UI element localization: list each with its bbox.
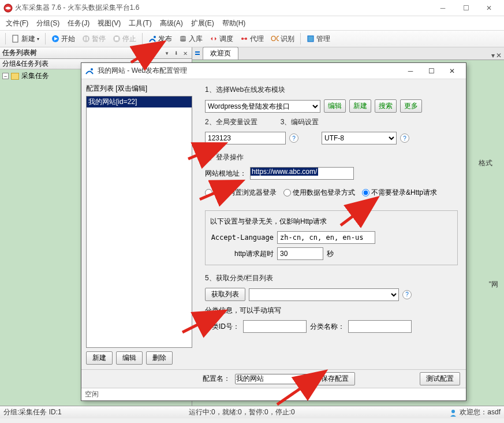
cat-id-input[interactable] bbox=[243, 320, 307, 333]
save-config-button[interactable]: 保存配置 bbox=[315, 372, 355, 385]
pause-button[interactable]: 暂停 bbox=[79, 33, 109, 45]
status-running: 运行中:0，就绪:0，暂停:0，停止:0 bbox=[189, 407, 295, 417]
more-module-button[interactable]: 更多 bbox=[400, 99, 422, 113]
tab-close-icon[interactable]: ✕ bbox=[496, 51, 502, 60]
accept-language-input[interactable] bbox=[277, 231, 375, 244]
store-button[interactable]: 入库 bbox=[176, 33, 206, 45]
tab-dropdown-icon[interactable]: ▾ bbox=[491, 51, 495, 60]
cat-id-label: 分类ID号： bbox=[205, 322, 240, 332]
edit-module-button[interactable]: 编辑 bbox=[324, 99, 346, 113]
login-radio-browser[interactable]: 使用内置浏览器登录 bbox=[205, 188, 277, 198]
new-button[interactable]: 新建▾ bbox=[9, 33, 42, 45]
menubar: 文件(F) 分组(S) 任务(J) 视图(V) 工具(T) 高级(A) 扩展(E… bbox=[0, 16, 504, 30]
dialog-left: 配置列表 [双击编辑] 我的网站[id=22] 新建 编辑 删除 bbox=[81, 79, 197, 369]
root-url-input[interactable]: https://www.abc.com/ bbox=[250, 167, 354, 180]
schedule-icon bbox=[210, 35, 218, 43]
tab-welcome[interactable]: 欢迎页 bbox=[203, 47, 238, 60]
config-listbox[interactable]: 我的网站[id=22] bbox=[86, 96, 192, 348]
svg-point-8 bbox=[154, 36, 156, 38]
tab-bar: 欢迎页 ▾✕ bbox=[192, 47, 504, 60]
login-radio-none[interactable]: 不需要登录&Http请求 bbox=[362, 188, 437, 198]
left-edit-button[interactable]: 编辑 bbox=[116, 351, 143, 365]
svg-point-17 bbox=[91, 68, 93, 70]
expand-icon[interactable]: − bbox=[2, 73, 9, 79]
help-icon[interactable]: ? bbox=[400, 133, 409, 143]
category-select[interactable] bbox=[249, 288, 399, 301]
menu-group[interactable]: 分组(S) bbox=[33, 17, 63, 29]
status-group: 分组:采集任务 ID:1 bbox=[3, 407, 62, 417]
svg-point-3 bbox=[83, 35, 89, 42]
search-module-button[interactable]: 搜索 bbox=[375, 99, 397, 113]
stop-button[interactable]: 停止 bbox=[110, 33, 139, 45]
expand-tabs-icon[interactable] bbox=[193, 49, 201, 57]
svg-point-18 bbox=[451, 410, 455, 413]
dropdown-icon[interactable]: ▾ bbox=[163, 49, 171, 57]
module-select[interactable]: Wordpress免登陆发布接口 bbox=[205, 100, 320, 113]
global-var-input[interactable] bbox=[205, 132, 286, 144]
svg-point-13 bbox=[245, 38, 247, 40]
svg-rect-7 bbox=[115, 37, 118, 40]
maximize-button[interactable]: ☐ bbox=[454, 1, 477, 15]
pin-icon[interactable]: ⬇ bbox=[172, 49, 180, 57]
dialog-titlebar: 我的网站 - Web发布配置管理 ─ ☐ ✕ bbox=[81, 63, 466, 79]
close-button[interactable]: ✕ bbox=[477, 1, 501, 15]
menu-help[interactable]: 帮助(H) bbox=[219, 17, 249, 29]
http-fieldset: 以下设置与登录无关，仅影响Http请求 Accept-Language http… bbox=[205, 210, 458, 265]
toolbar: 新建▾ 开始 暂停 停止 发布 入库 调度 代理 OCR识别 管理 bbox=[0, 30, 504, 47]
proxy-button[interactable]: 代理 bbox=[237, 33, 267, 45]
svg-text:OCR: OCR bbox=[271, 35, 279, 43]
proxy-icon bbox=[240, 35, 248, 43]
timeout-unit: 秒 bbox=[327, 249, 334, 259]
menu-tool[interactable]: 工具(T) bbox=[125, 17, 155, 29]
bg-text: "网 bbox=[489, 280, 498, 290]
help-icon[interactable]: ? bbox=[289, 133, 298, 143]
minimize-button[interactable]: ─ bbox=[431, 1, 454, 15]
test-config-button[interactable]: 测试配置 bbox=[420, 372, 460, 385]
menu-file[interactable]: 文件(F) bbox=[2, 17, 32, 29]
publish-icon bbox=[148, 35, 156, 43]
new-module-button[interactable]: 新建 bbox=[349, 99, 371, 113]
manage-button[interactable]: 管理 bbox=[304, 33, 333, 45]
menu-view[interactable]: 视图(V) bbox=[94, 17, 124, 29]
config-list-item[interactable]: 我的网站[id=22] bbox=[87, 97, 192, 107]
encoding-select[interactable]: UTF-8 bbox=[322, 132, 397, 144]
section-1-label: 1、选择Web在线发布模块 bbox=[205, 85, 458, 95]
help-icon[interactable]: ? bbox=[402, 290, 412, 299]
status-welcome: 欢迎您：asdf bbox=[460, 407, 501, 417]
section-4-label: 4、登录操作 bbox=[205, 153, 458, 162]
close-panel-icon[interactable]: ✕ bbox=[181, 49, 189, 57]
dialog-close-button[interactable]: ✕ bbox=[442, 65, 462, 77]
left-new-button[interactable]: 新建 bbox=[86, 351, 113, 365]
publish-config-dialog: 我的网站 - Web发布配置管理 ─ ☐ ✕ 配置列表 [双击编辑] 我的网站[… bbox=[81, 62, 466, 401]
accept-language-label: Accept-Language bbox=[210, 233, 274, 242]
dialog-minimize-button[interactable]: ─ bbox=[400, 65, 421, 77]
dialog-maximize-button[interactable]: ☐ bbox=[421, 65, 442, 77]
login-radio-packet[interactable]: 使用数据包登录方式 bbox=[283, 188, 355, 198]
get-list-button[interactable]: 获取列表 bbox=[205, 288, 245, 301]
window-title: 火车采集器 7.6 - 火车头数据采集平台1.6 bbox=[15, 3, 431, 13]
svg-rect-5 bbox=[87, 37, 88, 40]
menu-task[interactable]: 任务(J) bbox=[64, 17, 93, 29]
config-name-input[interactable] bbox=[235, 374, 310, 384]
cat-name-input[interactable] bbox=[348, 320, 412, 333]
publish-button[interactable]: 发布 bbox=[145, 33, 175, 45]
timeout-input[interactable] bbox=[277, 247, 323, 260]
svg-rect-1 bbox=[13, 35, 18, 42]
window-titlebar: 火车采集器 7.6 - 火车头数据采集平台1.6 ─ ☐ ✕ bbox=[0, 0, 504, 16]
category-info-label: 分类信息，可以手动填写 bbox=[205, 306, 458, 316]
left-delete-button[interactable]: 删除 bbox=[146, 351, 173, 365]
dialog-icon bbox=[85, 66, 94, 76]
start-button[interactable]: 开始 bbox=[48, 33, 78, 45]
schedule-button[interactable]: 调度 bbox=[207, 33, 236, 45]
menu-extend[interactable]: 扩展(E) bbox=[188, 17, 218, 29]
svg-rect-4 bbox=[84, 37, 85, 40]
dialog-status: 空闲 bbox=[81, 388, 466, 400]
bg-text: 格式 bbox=[479, 158, 492, 168]
dialog-footer: 配置名： 保存配置 测试配置 bbox=[81, 369, 466, 388]
recognize-icon: OCR bbox=[271, 35, 279, 43]
timeout-label: http请求超时 bbox=[210, 249, 274, 259]
menu-advanced[interactable]: 高级(A) bbox=[156, 17, 186, 29]
recognize-button[interactable]: OCR识别 bbox=[268, 33, 297, 45]
folder-icon bbox=[11, 73, 19, 80]
cat-name-label: 分类名称： bbox=[310, 322, 345, 332]
